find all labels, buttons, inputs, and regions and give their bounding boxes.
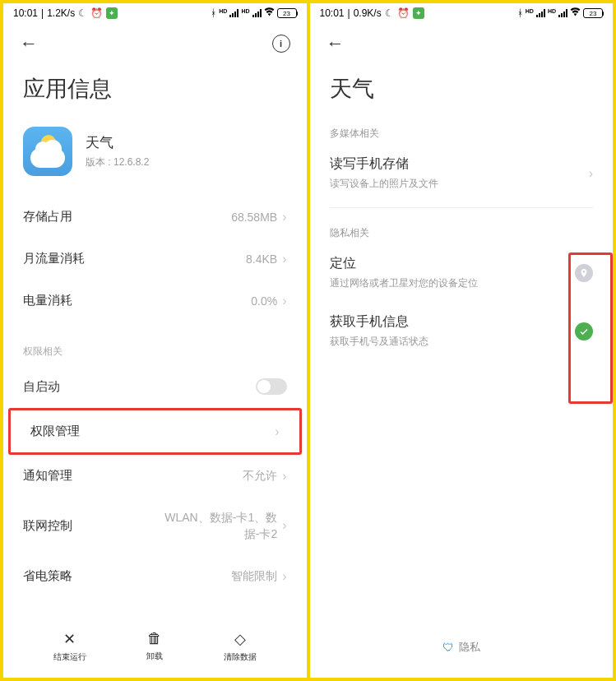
wifi-icon xyxy=(570,7,581,20)
wifi-icon xyxy=(264,7,275,20)
signal-icon xyxy=(229,9,239,17)
row-battery-usage[interactable]: 电量消耗 0.0%› xyxy=(3,280,307,322)
signal-icon-2 xyxy=(252,9,262,17)
phone-right: 10:01 | 0.9K/s ☾ ⏰ ✦ ᚼ HD HD 23 ← 天气 多媒体… xyxy=(307,3,614,678)
chevron-icon: › xyxy=(275,424,279,439)
row-data-usage[interactable]: 月流量消耗 8.4KB› xyxy=(3,238,307,280)
moon-icon: ☾ xyxy=(385,7,394,19)
chevron-icon: › xyxy=(282,294,286,308)
highlight-box xyxy=(568,252,613,404)
trash-icon: 🗑 xyxy=(147,630,162,647)
battery-icon: 23 xyxy=(277,8,297,18)
app-icon xyxy=(23,127,72,176)
section-permissions-label: 权限相关 xyxy=(3,322,307,365)
privacy-footer-link[interactable]: 🛡 隐私 xyxy=(310,630,614,665)
force-stop-button[interactable]: ✕ 结束运行 xyxy=(53,630,86,663)
back-button[interactable]: ← xyxy=(20,33,38,54)
hd-badge: HD xyxy=(526,8,534,14)
page-title: 天气 xyxy=(310,64,614,120)
row-autostart[interactable]: 自启动 xyxy=(3,365,307,408)
chevron-icon: › xyxy=(282,469,286,484)
status-bar: 10:01 | 0.9K/s ☾ ⏰ ✦ ᚼ HD HD 23 xyxy=(310,3,614,23)
clear-icon: ◇ xyxy=(234,630,246,648)
status-time: 10:01 xyxy=(320,7,345,19)
hd-badge: HD xyxy=(219,8,227,14)
bottom-bar: ✕ 结束运行 🗑 卸载 ◇ 清除数据 xyxy=(3,620,307,678)
section-media-label: 多媒体相关 xyxy=(310,120,614,144)
row-notification-management[interactable]: 通知管理 不允许› xyxy=(3,455,307,497)
close-icon: ✕ xyxy=(63,630,76,648)
row-power-policy[interactable]: 省电策略 智能限制› xyxy=(3,555,307,597)
chevron-icon: › xyxy=(589,166,593,181)
shield-icon: 🛡 xyxy=(442,641,454,654)
signal-icon-2 xyxy=(558,9,567,17)
battery-icon: 23 xyxy=(583,8,603,18)
uninstall-button[interactable]: 🗑 卸载 xyxy=(146,630,163,663)
row-storage-permission[interactable]: 读写手机存储 读写设备上的照片及文件 › xyxy=(310,144,614,202)
chevron-icon: › xyxy=(282,252,286,266)
alarm-icon: ⏰ xyxy=(397,7,410,19)
row-network-control[interactable]: 联网控制 WLAN、数据-卡1、数据-卡2› xyxy=(3,497,307,555)
chevron-icon: › xyxy=(282,517,286,535)
app-name: 天气 xyxy=(86,133,149,152)
app-header: 天气 版本 : 12.6.8.2 xyxy=(3,120,307,196)
alarm-icon: ⏰ xyxy=(90,7,103,19)
clear-data-button[interactable]: ◇ 清除数据 xyxy=(224,630,257,663)
back-button[interactable]: ← xyxy=(327,33,345,54)
status-speed: 1.2K/s xyxy=(47,7,75,19)
autostart-toggle[interactable] xyxy=(256,378,287,395)
status-bar: 10:01 | 1.2K/s ☾ ⏰ ✦ ᚼ HD HD 23 xyxy=(3,3,307,23)
wechat-icon: ✦ xyxy=(106,7,118,19)
wechat-icon: ✦ xyxy=(413,7,424,19)
status-time: 10:01 xyxy=(13,7,38,19)
section-privacy-label: 隐私相关 xyxy=(310,220,614,243)
status-speed: 0.9K/s xyxy=(354,7,382,19)
chevron-icon: › xyxy=(282,569,286,584)
row-phone-info-permission[interactable]: 获取手机信息 获取手机号及通话状态 xyxy=(310,302,614,360)
row-storage[interactable]: 存储占用 68.58MB› xyxy=(3,196,307,238)
page-title: 应用信息 xyxy=(3,64,307,120)
bluetooth-icon: ᚼ xyxy=(211,7,216,19)
row-permission-management[interactable]: 权限管理 › xyxy=(8,408,302,455)
hd-badge-2: HD xyxy=(241,8,249,14)
row-location-permission[interactable]: 定位 通过网络或者卫星对您的设备定位 xyxy=(310,243,614,302)
info-button[interactable]: i xyxy=(272,35,290,53)
hd-badge-2: HD xyxy=(548,8,556,14)
chevron-icon: › xyxy=(282,210,286,225)
phone-left: 10:01 | 1.2K/s ☾ ⏰ ✦ ᚼ HD HD 23 ← i 应用信息 xyxy=(3,3,307,678)
bluetooth-icon: ᚼ xyxy=(517,7,523,19)
app-version: 版本 : 12.6.8.2 xyxy=(86,155,149,169)
moon-icon: ☾ xyxy=(78,7,87,19)
signal-icon xyxy=(536,9,545,17)
